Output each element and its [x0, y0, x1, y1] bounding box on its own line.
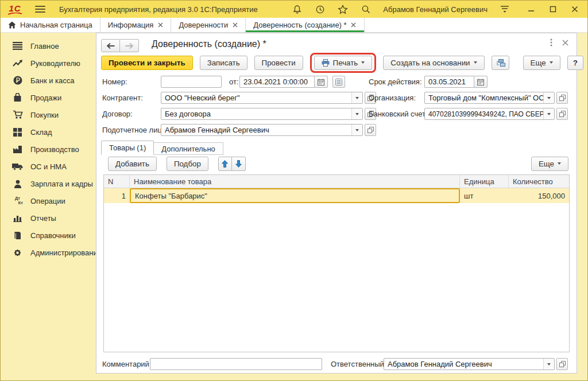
search-icon[interactable] — [360, 3, 372, 15]
tab-close-icon[interactable] — [351, 21, 357, 29]
person-icon — [12, 178, 23, 189]
history-icon[interactable] — [314, 3, 326, 15]
book-icon — [12, 230, 23, 240]
close-window-button[interactable] — [569, 3, 581, 15]
sidebar-item-sales[interactable]: Продажи — [1, 89, 96, 106]
tab-label: Доверенности — [179, 21, 228, 29]
open-accountable-button[interactable] — [365, 124, 376, 136]
responsible-field[interactable]: Абрамов Геннадий Сергеевич — [384, 358, 555, 370]
counterparty-field[interactable]: ООО "Невский берег" — [161, 92, 363, 104]
validity-field[interactable]: 03.05.2021 — [424, 76, 488, 88]
move-down-button[interactable] — [232, 157, 246, 171]
minimize-button[interactable] — [525, 3, 537, 15]
logo-1c-text: 1С — [9, 4, 21, 13]
accountable-field[interactable]: Абрамов Геннадий Сергеевич — [161, 124, 363, 136]
tab-close-icon[interactable] — [232, 21, 238, 29]
comment-input[interactable] — [150, 358, 322, 370]
sidebar-item-salary-hr[interactable]: Зарплата и кадры — [1, 175, 96, 192]
col-header-unit[interactable]: Единица — [460, 175, 509, 188]
calendar-icon[interactable] — [474, 76, 488, 88]
number-input[interactable] — [161, 76, 222, 88]
form-toolbar: Провести и закрыть Записать Провести Печ… — [101, 52, 572, 73]
sidebar-item-reports[interactable]: Отчеты — [1, 209, 96, 227]
tab-attorney-create[interactable]: Доверенность (создание) * — [246, 18, 364, 32]
sidebar-item-directories[interactable]: Справочники — [1, 227, 96, 244]
contract-field[interactable]: Без договора — [161, 108, 363, 120]
dropdown-button[interactable] — [351, 92, 362, 103]
tab-additional[interactable]: Дополнительно — [154, 142, 223, 155]
contract-value: Без договора — [165, 110, 211, 118]
more-button[interactable]: Еще — [523, 56, 560, 70]
col-header-name[interactable]: Наименование товара — [130, 175, 460, 188]
dropdown-button[interactable] — [543, 359, 554, 370]
sidebar-item-bank-cash[interactable]: Банк и касса — [1, 72, 96, 89]
sidebar-item-label: Банк и касса — [30, 76, 75, 85]
items-more-button[interactable]: Еще — [531, 157, 568, 171]
validity-value[interactable]: 03.05.2021 — [424, 76, 474, 88]
sidebar-item-warehouse[interactable]: Склад — [1, 123, 96, 141]
sidebar-item-production[interactable]: Производство — [1, 141, 96, 158]
sidebar-item-manager[interactable]: Руководителю — [1, 55, 96, 72]
date-value[interactable]: 23.04.2021 0:00:00 — [239, 76, 314, 88]
row-qty-cell[interactable]: 150,000 — [509, 188, 569, 203]
sidebar-item-label: Зарплата и кадры — [30, 180, 93, 188]
window-title: Бухгалтерия предприятия, редакция 3.0 1С… — [59, 5, 258, 14]
document-list-button[interactable] — [332, 76, 345, 88]
tab-goods[interactable]: Товары (1) — [101, 141, 154, 155]
table-row[interactable]: 1 Конфеты "Барбарис" шт 150,000 — [104, 188, 569, 203]
favorites-star-icon[interactable] — [337, 3, 349, 15]
main-menu-icon[interactable] — [35, 6, 45, 13]
tab-attorney-list[interactable]: Доверенности — [171, 18, 246, 32]
maximize-button[interactable] — [547, 3, 559, 15]
row-unit-cell[interactable]: шт — [460, 188, 509, 203]
bank-account-field[interactable]: 40702810399994349242, ПАО СБЕРБАНК — [424, 108, 555, 120]
sidebar-item-purchases[interactable]: Покупки — [1, 106, 96, 123]
home-icon — [8, 21, 16, 29]
open-bank-account-button[interactable] — [556, 108, 568, 120]
service-settings-icon[interactable] — [499, 3, 510, 15]
form-close-icon[interactable] — [560, 37, 570, 48]
open-organization-button[interactable] — [556, 92, 568, 104]
current-user[interactable]: Абрамов Геннадий Сергеевич — [383, 5, 488, 14]
date-field[interactable]: 23.04.2021 0:00:00 — [239, 76, 328, 88]
ruble-circle-icon — [12, 75, 23, 85]
dropdown-button[interactable] — [351, 108, 362, 119]
row-name-cell[interactable]: Конфеты "Барбарис" — [130, 188, 460, 203]
post-and-close-button[interactable]: Провести и закрыть — [101, 56, 193, 70]
help-button[interactable]: ? — [567, 56, 583, 70]
sidebar-item-administration[interactable]: Администрирование — [1, 244, 96, 261]
tab-home[interactable]: Начальная страница — [1, 18, 100, 32]
col-header-n[interactable]: N — [104, 175, 130, 188]
print-button[interactable]: Печать — [314, 56, 373, 70]
sidebar-item-fixed-assets[interactable]: ОС и НМА — [1, 158, 96, 175]
form-menu-dots-icon[interactable] — [547, 37, 556, 48]
calendar-icon[interactable] — [314, 76, 328, 88]
nav-back-button[interactable] — [101, 39, 120, 52]
sidebar-item-main[interactable]: Главное — [1, 37, 96, 55]
create-based-on-button[interactable]: Создать на основании — [383, 56, 484, 70]
logo-1c-icon[interactable]: 1С — [7, 4, 22, 15]
open-responsible-button[interactable] — [556, 358, 568, 370]
move-up-button[interactable] — [218, 157, 232, 171]
save-button[interactable]: Записать — [200, 56, 247, 70]
dropdown-button[interactable] — [351, 125, 362, 135]
add-row-button[interactable]: Добавить — [108, 157, 157, 171]
dropdown-button[interactable] — [543, 92, 554, 103]
tab-close-icon[interactable] — [157, 21, 163, 29]
organization-field[interactable]: Торговый дом "Комплексный" ООО — [424, 92, 555, 104]
nav-forward-button[interactable] — [120, 39, 139, 52]
dropdown-caret-icon — [550, 61, 553, 64]
bank-account-value: 40702810399994349242, ПАО СБЕРБАНК — [428, 110, 555, 118]
sidebar-item-label: Руководителю — [30, 59, 80, 68]
post-button[interactable]: Провести — [254, 56, 303, 70]
row-number-cell[interactable]: 1 — [104, 188, 130, 203]
dropdown-button[interactable] — [543, 108, 554, 119]
tab-information[interactable]: Информация — [100, 18, 172, 32]
menu-lines-icon — [12, 41, 23, 51]
sidebar-item-operations[interactable]: ДтКт Операции — [1, 192, 96, 209]
pick-button[interactable]: Подбор — [167, 157, 208, 171]
col-header-qty[interactable]: Количество — [509, 175, 569, 188]
gear-icon — [12, 247, 23, 258]
related-documents-button[interactable] — [492, 56, 509, 70]
notifications-bell-icon[interactable] — [291, 3, 303, 15]
